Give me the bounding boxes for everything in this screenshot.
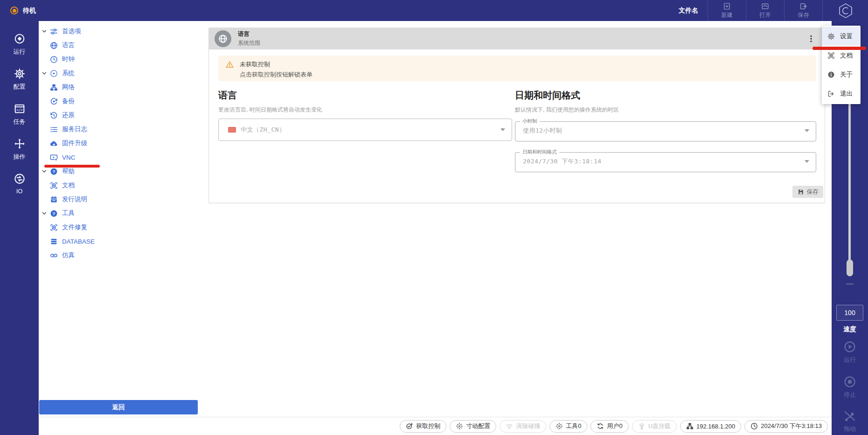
globe-icon [218,34,228,43]
statusbar-chip-tool0[interactable]: 工具0 [549,420,587,433]
save-file-icon [799,2,807,10]
doc-frame-icon [49,181,58,189]
sidebar-item-label: 还原 [62,111,75,119]
rail-item-config[interactable]: 配置 [14,68,26,91]
svg-text:</>: </> [16,108,22,112]
topbar-open-button[interactable]: 打开 [746,0,784,21]
sidebar-item-release-notes[interactable]: 发行说明 [39,192,204,206]
sidebar-item-file-repair[interactable]: 文件修复 [39,220,204,234]
card-title: 语言 [238,30,260,38]
hour-format-select[interactable]: 小时制 使用12小时制 [515,118,816,141]
sidebar-item-docs[interactable]: 文档 [39,178,204,192]
sidebar-item-database[interactable]: DATABASE [39,234,204,248]
rail-item-io[interactable]: IO [14,173,25,195]
statusbar-chip-acquire-control[interactable]: 获取控制 [400,420,446,433]
sidebar-item-network[interactable]: 网络 [39,80,204,94]
sidebar-item-tools[interactable]: ? 工具 [39,206,204,220]
play-circle-icon [844,341,856,353]
chevron-down-icon [500,128,505,131]
rail-item-operate[interactable]: 操作 [14,138,26,161]
language-select-value: 中文（ZH_CN） [241,126,285,134]
sidebar-item-system[interactable]: 系统 [39,66,204,80]
speed-slider-thumb[interactable] [847,260,853,276]
sidebar-item-firmware-upgrade[interactable]: 固件升级 [39,136,204,150]
card-subtitle: 系统范围 [238,39,260,47]
gear-icon [14,68,25,79]
acquire-control-icon [406,422,413,430]
language-section-description: 更改语言后, 时间日期格式将自动发生变化 [218,106,512,114]
statusbar-chip-label: 工具0 [566,422,581,430]
app-root: 待机 文件名 新建 打开 保存 运行 配置 </> 任务 操作 IO 首选项 [0,0,868,435]
cloud-upload-icon [49,139,58,147]
clock-icon [49,55,58,63]
right-rail-drag-button[interactable]: 拖动 [832,410,868,433]
drag-robot-icon [844,410,856,422]
sidebar-item-simulation[interactable]: 仿真 [39,248,204,262]
statusbar-chip-label: 寸动配置 [466,422,490,430]
chevron-down-icon[interactable] [41,70,48,77]
statusbar-chip-label: 获取控制 [416,422,440,430]
user-rotate-icon [597,422,604,430]
menu-item-exit[interactable]: 退出 [822,84,861,103]
tasks-icon: </> [14,103,25,114]
system-icon [49,69,58,77]
right-rail-stop-button[interactable]: 停止 [832,376,868,399]
sidebar-item-language[interactable]: 语言 [39,38,204,52]
right-rail-drag-label: 拖动 [844,425,856,433]
chevron-down-icon[interactable] [41,168,48,175]
target-icon [14,33,25,44]
sidebar-item-restore[interactable]: 还原 [39,108,204,122]
sidebar-item-label: 帮助 [62,167,75,175]
right-rail-stop-label: 停止 [844,391,856,399]
sidebar-item-vnc[interactable]: VNC [39,150,204,164]
rail-item-label: 配置 [14,83,26,91]
right-rail-run-button[interactable]: 运行 [832,341,868,364]
topbar-new-button[interactable]: 新建 [708,0,746,21]
main-content: 语言 系统范围 未获取控制 点击获取控制按钮解锁表单 语言 更改语言后, 时间日… [204,21,832,417]
chevron-down-icon [805,129,809,132]
hour-format-inner: 使用12小时制 [515,124,816,138]
sidebar-item-preferences[interactable]: 首选项 [39,24,204,38]
topbar-actions: 新建 打开 保存 [708,0,822,21]
doc-frame-icon [827,51,835,59]
card-titles: 语言 系统范围 [238,30,260,47]
rail-item-tasks[interactable]: </> 任务 [14,103,26,126]
statusbar-chip-clear-collision: 清除碰撞 [500,420,546,433]
sidebar-item-label: 工具 [62,209,75,218]
statusbar-chip-datetime[interactable]: 2024/7/30 下午3:18:13 [744,420,828,433]
back-button[interactable]: 返回 [39,400,198,414]
save-button-label: 保存 [807,188,819,196]
kebab-menu-icon[interactable] [806,34,816,44]
chevron-down-icon[interactable] [41,210,48,217]
menu-item-label: 设置 [840,32,853,41]
speed-slider-min-mark [846,283,854,285]
database-icon [49,237,58,246]
sidebar-item-service-log[interactable]: 服务日志 [39,122,204,136]
statusbar-chip-ip-address[interactable]: 192.168.1.200 [680,420,741,433]
sidebar-item-backup[interactable]: 备份 [39,94,204,108]
open-file-icon [761,2,769,10]
floppy-icon [798,189,804,195]
statusbar-chip-user0[interactable]: 用户0 [590,420,628,433]
app-logo[interactable] [822,0,868,21]
info-circle-icon [827,70,835,78]
menu-item-settings[interactable]: 设置 [822,27,861,46]
svg-text:?: ? [52,210,55,216]
menu-item-label: 文档 [840,51,853,60]
status-label: 待机 [23,7,36,15]
save-button[interactable]: 保存 [792,186,823,198]
datetime-format-select[interactable]: 日期和时间格式 2024/7/30 下午3:18:14 [515,149,816,172]
menu-item-about[interactable]: 关于 [822,65,861,84]
sidebar-item-label: 时钟 [62,55,75,63]
sidebar-item-label: 备份 [62,97,75,105]
vnc-annotation-underline [44,165,100,168]
language-select[interactable]: 中文（ZH_CN） [218,119,512,141]
statusbar-chip-jog-config[interactable]: 寸动配置 [450,420,496,433]
rail-item-run[interactable]: 运行 [14,33,26,56]
sidebar-item-clock[interactable]: 时钟 [39,52,204,66]
warning-triangle-icon [226,61,234,69]
chevron-down-icon[interactable] [41,28,48,35]
log-list-icon [49,125,58,133]
topbar-save-button[interactable]: 保存 [784,0,822,21]
logout-icon [827,90,835,98]
